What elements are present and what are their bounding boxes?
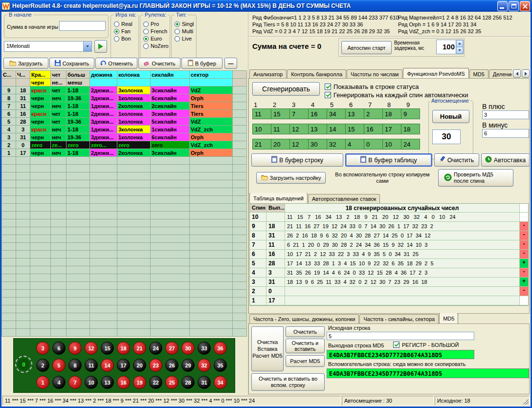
radio-option-bon[interactable]: Bon xyxy=(114,36,138,42)
close-button[interactable] xyxy=(520,1,530,11)
load-settings-button[interactable]: Загрузить настройку xyxy=(256,172,326,184)
board-number-6[interactable]: 6 xyxy=(52,342,66,355)
board-number-9[interactable]: 9 xyxy=(68,342,82,355)
md5-clear-paste-button[interactable]: Очистить и вставить xyxy=(286,339,325,353)
board-number-23[interactable]: 23 xyxy=(149,359,162,372)
generate-button[interactable]: Сгенерировать xyxy=(252,82,320,96)
board-number-11[interactable]: 11 xyxy=(85,359,98,372)
plus-input[interactable] xyxy=(482,110,529,119)
radio-option-pro[interactable]: Pro xyxy=(143,21,170,27)
autobet-button[interactable]: Автоставка xyxy=(481,153,530,167)
board-number-0[interactable]: 0 xyxy=(17,358,30,371)
md5-source-input[interactable] xyxy=(327,332,474,340)
play-button[interactable] xyxy=(94,40,107,53)
board-number-24[interactable]: 24 xyxy=(149,342,162,355)
radio-option-nozero[interactable]: NoZero xyxy=(143,43,170,49)
tabs-scroll-right-button[interactable] xyxy=(522,69,530,78)
start-sum-input[interactable] xyxy=(59,21,106,31)
board-number-35[interactable]: 35 xyxy=(214,359,227,372)
board-number-34[interactable]: 34 xyxy=(214,376,227,389)
board-number-33[interactable]: 33 xyxy=(198,342,211,355)
radio-option-euro[interactable]: Euro xyxy=(143,36,170,42)
series-line: Ряд VdZ_zch = 0 3 12 15 26 32 35 xyxy=(398,28,512,35)
radio-option-multi[interactable]: Multi xyxy=(175,28,196,34)
board-number-3[interactable]: 3 xyxy=(36,342,49,355)
board-number-18[interactable]: 18 xyxy=(117,342,130,355)
board-number-26[interactable]: 26 xyxy=(165,359,178,372)
tab-частота-сиклайны-сектора[interactable]: Частота - сиклайны, сектора xyxy=(359,314,439,323)
load-button[interactable]: Загрузить xyxy=(3,58,48,69)
delay-spinner[interactable]: 100 xyxy=(436,40,464,54)
board-number-1[interactable]: 1 xyxy=(36,376,49,389)
md5-clear-button[interactable]: Очистить xyxy=(286,326,325,337)
undo-button[interactable]: Отменить xyxy=(95,58,137,69)
tab-частоты-по-числам[interactable]: Частоты по числам xyxy=(347,69,402,79)
maximize-button[interactable] xyxy=(509,1,519,11)
tab-md5[interactable]: MD5 xyxy=(469,69,488,79)
board-number-8[interactable]: 8 xyxy=(68,359,82,372)
copy-buffer-button[interactable]: В буфер xyxy=(181,58,222,69)
board-number-25[interactable]: 25 xyxy=(165,376,178,389)
board-number-32[interactable]: 32 xyxy=(198,359,211,372)
radio-option-live[interactable]: Live xyxy=(175,36,196,42)
board-number-20[interactable]: 20 xyxy=(133,359,146,372)
spinner-down-button[interactable] xyxy=(456,47,463,54)
minus-input[interactable] xyxy=(482,129,529,138)
tab-md5[interactable]: MD5 xyxy=(439,313,458,323)
board-number-19[interactable]: 19 xyxy=(133,376,146,389)
spinner-up-button[interactable] xyxy=(456,40,463,47)
board-number-29[interactable]: 29 xyxy=(181,359,195,372)
board-number-17[interactable]: 17 xyxy=(117,359,130,372)
board-number-5[interactable]: 5 xyxy=(52,359,66,372)
tab-анализатор[interactable]: Анализатор xyxy=(249,69,287,79)
tab-частота-zero-шансы-дюжины-колонки[interactable]: Частота - Zero, шансы, дюжины, колонки xyxy=(249,314,359,323)
titlebar[interactable]: HelperRoullet 4.8- create helperroullet@… xyxy=(0,0,532,12)
minimize-button[interactable] xyxy=(497,1,508,11)
md5-aux-field[interactable]: E4DA3B7FBBCE2345D7772B0674A318D5 xyxy=(327,368,529,378)
tab-таблица-выпадений[interactable]: Таблица выпадений xyxy=(249,193,308,203)
radio-option-fan[interactable]: Fan xyxy=(114,28,138,34)
board-number-2[interactable]: 2 xyxy=(36,359,49,372)
board-number-28[interactable]: 28 xyxy=(181,376,195,389)
board-number-15[interactable]: 15 xyxy=(101,342,114,355)
tabs-scroll-left-button[interactable] xyxy=(513,69,521,78)
save-button[interactable]: Сохранить xyxy=(49,58,94,69)
board-number-30[interactable]: 30 xyxy=(181,342,195,355)
resize-grip[interactable] xyxy=(523,399,529,405)
register-checkbox[interactable]: РЕГИСТР - БОЛЬШОЙ xyxy=(393,342,459,348)
board-number-7[interactable]: 7 xyxy=(68,376,82,389)
preset-select[interactable]: 1Melonati xyxy=(4,41,92,52)
board-number-27[interactable]: 27 xyxy=(165,342,178,355)
md5-side-button[interactable]: Очистка Вставка Расчет MD5 xyxy=(251,326,284,371)
copy-table-button[interactable]: В буфер таблицу xyxy=(345,153,432,167)
radio-option-real[interactable]: Real xyxy=(114,21,138,27)
copy-row-button[interactable]: В буфер строку xyxy=(251,153,343,167)
tab-автопроставление-ставок[interactable]: Автопроставление ставок xyxy=(308,194,380,203)
board-number-10[interactable]: 10 xyxy=(85,376,98,389)
board-number-21[interactable]: 21 xyxy=(133,342,146,355)
autoshift-value[interactable]: 30 xyxy=(432,129,461,144)
tab-контроль-банкролла[interactable]: Контроль банкролла xyxy=(287,69,346,79)
clear-generator-button[interactable]: Очистить xyxy=(434,153,479,167)
board-number-36[interactable]: 36 xyxy=(214,342,227,355)
md5-clear-paste-aux-button[interactable]: Очистить и вставить во вспом. строку xyxy=(251,373,325,391)
clear-button[interactable]: Очистить xyxy=(138,58,180,69)
board-number-12[interactable]: 12 xyxy=(85,342,98,355)
autospin-button[interactable]: Автоспин старт xyxy=(341,41,392,54)
new-button[interactable]: Новый xyxy=(432,110,469,123)
board-number-31[interactable]: 31 xyxy=(198,376,211,389)
board-number-4[interactable]: 4 xyxy=(52,376,66,389)
board-number-13[interactable]: 13 xyxy=(101,376,114,389)
show-status-checkbox[interactable]: Показывать в строке статуса xyxy=(325,83,419,90)
md5-calc-button[interactable]: Расчет MD5 xyxy=(286,355,325,367)
radio-option-french[interactable]: French xyxy=(143,28,170,34)
board-number-22[interactable]: 22 xyxy=(149,376,162,389)
tab-функционал-psevdoms[interactable]: Функционал PsevdoMS xyxy=(403,68,468,79)
board-number-16[interactable]: 16 xyxy=(117,376,130,389)
radio-option-singl[interactable]: Singl xyxy=(175,21,196,27)
board-number-14[interactable]: 14 xyxy=(101,359,114,372)
tab-деление-ко[interactable]: Деление ко xyxy=(489,69,512,79)
collapse-button[interactable]: — xyxy=(224,58,237,69)
dropdown-arrow-icon[interactable] xyxy=(83,42,91,51)
check-md5-button[interactable]: Проверить МД5 после спина xyxy=(438,169,513,187)
